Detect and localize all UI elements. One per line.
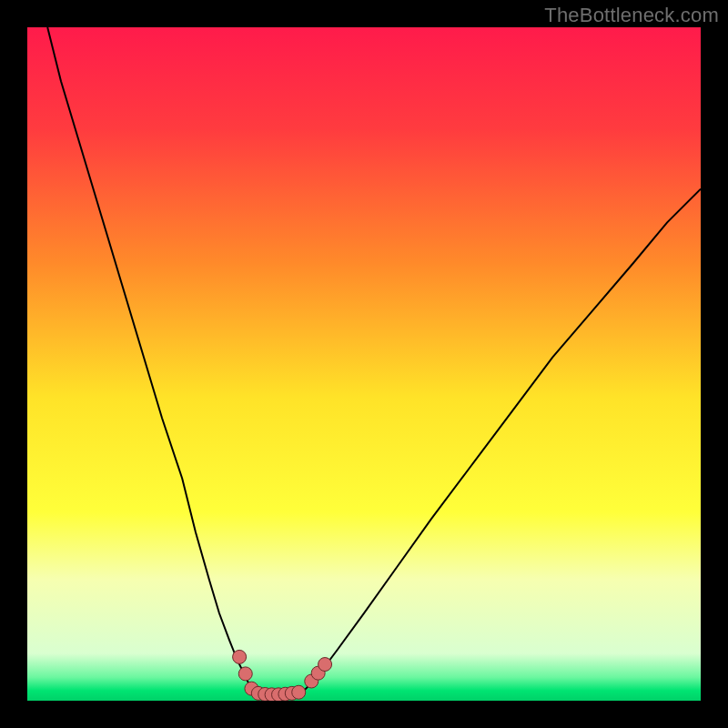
data-marker xyxy=(292,685,306,699)
data-marker xyxy=(238,667,252,681)
data-marker xyxy=(318,658,332,672)
chart-svg xyxy=(27,27,701,701)
chart-frame xyxy=(27,27,701,701)
watermark-text: TheBottleneck.com xyxy=(544,4,719,27)
chart-background xyxy=(27,27,701,701)
data-marker xyxy=(233,650,247,663)
